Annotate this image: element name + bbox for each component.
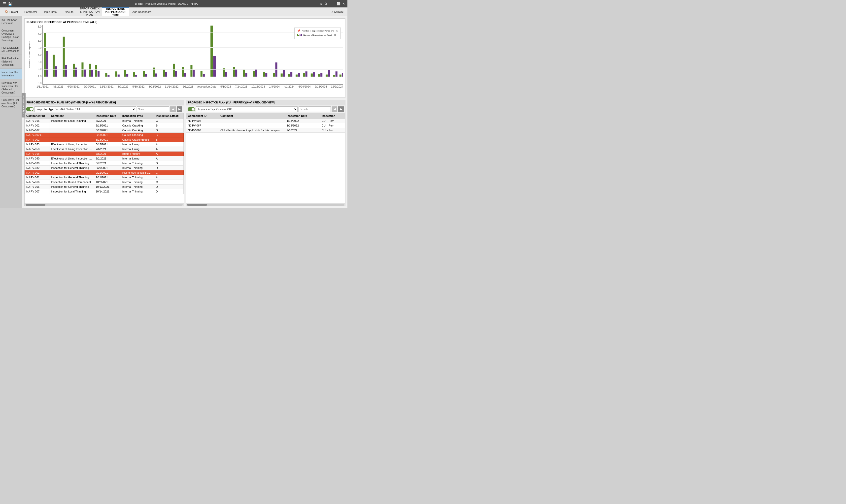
chart-section: NUMBER OF INSPECTIONS AT PERIOD OF TIME … xyxy=(24,18,346,98)
svg-rect-2 xyxy=(53,55,55,77)
cell-type: Internal Lining xyxy=(121,156,154,161)
svg-rect-39 xyxy=(225,72,227,77)
table-row[interactable]: NJ-PV-061 Inspection for General Thinnin… xyxy=(25,175,184,180)
table-row[interactable]: NJ-PV-032 Inspection for General Thinnin… xyxy=(25,166,184,170)
cell-effect: B xyxy=(154,133,183,138)
left-filter-dropdown[interactable]: Inspection Type Does Not Contain 'CUI' xyxy=(35,106,136,112)
right-prev-button[interactable]: ◀ xyxy=(332,106,337,112)
cell-id: NJ-PV-018 xyxy=(25,151,49,156)
right-table-scroll[interactable]: Component ID Comment Inspection Date Ins… xyxy=(186,113,345,203)
cell-type: Caustic Cracking xyxy=(121,133,154,138)
table-row[interactable]: NJ-PV-053 Effectivess of Lining Inspecti… xyxy=(25,142,184,147)
right-toggle[interactable] xyxy=(188,107,195,111)
table-row[interactable]: NJ-PV-002 5/13/2021 Caustic Cracking6666… xyxy=(25,138,184,142)
nav-bar: 🏠 Project Parameter Input Data Execute E… xyxy=(0,7,348,16)
svg-rect-34 xyxy=(200,71,202,77)
rcell-date: 2/6/2024 xyxy=(285,128,320,133)
table-row[interactable]: NJ-PV-007 Inspection for Local Thinning … xyxy=(25,189,184,194)
sidebar-item-risk-eval-all[interactable]: Risk Evaluation (All Component) xyxy=(0,44,22,55)
sidebar-item-risk-eval-selected[interactable]: Risk Evaluation (Selected Component) xyxy=(0,55,22,69)
svg-rect-59 xyxy=(313,72,315,77)
cell-date: 10/14/2021 xyxy=(94,189,121,194)
cell-date: 5/13/2021 xyxy=(94,133,121,138)
cell-type: Caustic Cracking xyxy=(121,123,154,128)
svg-rect-30 xyxy=(182,67,184,76)
y-axis-label: Number of Planned Inspection xyxy=(29,41,31,68)
cell-id: NJ-PV-002 xyxy=(25,170,49,175)
right-next-button[interactable]: ▶ xyxy=(338,106,344,112)
table-row[interactable]: NJ-PV-067 1/13/2022 CUI - Ferri xyxy=(187,123,345,128)
cell-id: NJ-PV-058 xyxy=(25,147,49,151)
svg-rect-61 xyxy=(320,73,322,77)
app-title: 🗎 RBI | Pressure Vessel & Piping - DEMO … xyxy=(12,2,320,5)
svg-rect-29 xyxy=(175,71,177,77)
left-search-box[interactable]: 🔍 xyxy=(137,106,169,112)
arrow-icon: ▷ xyxy=(336,29,338,33)
left-next-button[interactable]: ▶ xyxy=(177,106,182,112)
table-row[interactable]: NJ-PV-040 Effectivess of Lining Inspecti… xyxy=(25,156,184,161)
nav-parameter[interactable]: Parameter xyxy=(21,7,40,16)
window-controls[interactable]: ⧉ 🗋 — ⬜ ✕ xyxy=(320,2,345,6)
nav-inspections-period[interactable]: INSPECTIONSPER PERIOD OFTIME xyxy=(102,7,129,16)
close-icon[interactable]: ✕ xyxy=(342,2,345,5)
table-row[interactable]: NJ-PV-002k... 5/13/2021 Caustic Cracking… xyxy=(25,133,184,138)
cell-effect: A xyxy=(154,156,183,161)
table-row[interactable]: NJ-PV-030 Inspection for General Thinnin… xyxy=(25,161,184,166)
table-row[interactable]: NJ-PV-066 Inspection for Buried Componen… xyxy=(25,180,184,184)
left-toggle[interactable] xyxy=(26,107,34,111)
cell-effect: A xyxy=(154,175,183,180)
cell-date: 10/2/2021 xyxy=(94,180,121,184)
save-icon[interactable]: 💾 xyxy=(8,2,12,6)
table-row[interactable]: NJ-PV-058 Effectivess of Lining Inspecti… xyxy=(25,147,184,151)
maximize-icon[interactable]: ⬜ xyxy=(337,2,340,5)
cell-effect: D xyxy=(154,189,183,194)
sidebar-item-iso-risk[interactable]: Iso-Risk Chart Generator xyxy=(0,16,22,27)
left-search-input[interactable] xyxy=(138,108,170,111)
cell-comment: Inspection for General Thinning xyxy=(49,161,94,166)
svg-rect-58 xyxy=(311,73,313,76)
expand-button[interactable]: ⤢ Expand xyxy=(329,9,346,14)
nav-add-dashboard[interactable]: Add Dashboard xyxy=(129,7,155,16)
col-inspection-effect: Inspection Effecti xyxy=(154,113,183,119)
right-search-box[interactable]: 🔍 xyxy=(299,106,331,112)
left-scrollbar[interactable] xyxy=(24,203,184,206)
minimize-icon[interactable]: — xyxy=(329,2,335,6)
left-table-scroll[interactable]: Component ID Comment Inspection Date Ins… xyxy=(24,113,184,203)
svg-rect-21 xyxy=(135,75,137,77)
copy-icon[interactable]: 🗋 xyxy=(324,2,327,5)
svg-rect-48 xyxy=(273,73,275,77)
cell-id: NJ-PV-066 xyxy=(25,180,49,184)
left-prev-button[interactable]: ◀ xyxy=(170,106,176,112)
nav-home[interactable]: 🏠 Project xyxy=(2,9,21,14)
svg-rect-49 xyxy=(276,62,278,77)
table-row[interactable]: NJ-PV-068 CUI - Ferritic does not applic… xyxy=(187,128,345,133)
sidebar-item-inspection-plan[interactable]: Inspection Plan Information xyxy=(0,69,22,79)
nav-error-check[interactable]: ERROR CHECKIN INSPECTIONPLAN xyxy=(77,7,102,16)
rcell-comment: CUI - Ferritic does not applicable for t… xyxy=(218,128,285,133)
svg-rect-12 xyxy=(95,65,97,77)
right-filter-dropdown[interactable]: Inspection Type Contains 'CUI' xyxy=(196,106,298,112)
sidebar-item-component-overview[interactable]: Component Overview & Damage Factor Scree… xyxy=(0,27,22,44)
cell-date: 5/13/2021 xyxy=(94,123,121,128)
sidebar-item-new-risk[interactable]: New Risk with Inspection Plan (Selected … xyxy=(0,79,22,96)
eye-icon[interactable]: 👁 xyxy=(334,34,336,36)
restore-icon[interactable]: ⧉ xyxy=(320,2,322,5)
menu-icon[interactable]: ☰ xyxy=(2,1,6,6)
cell-effect: A xyxy=(154,151,183,156)
table-row[interactable]: NJ-PV-002 1/13/2022 CUI - Ferri xyxy=(187,119,345,123)
table-row[interactable]: NJ-PV-015 Inspection for Local Thinning … xyxy=(25,119,184,123)
table-row[interactable]: NJ-PV-002 9/21/2021 Piping Mechanical Fa… xyxy=(25,170,184,175)
cell-type: Internal Thinning xyxy=(121,175,154,180)
table-row[interactable]: NJ-PV-067 5/13/2021 Caustic Cracking D xyxy=(25,128,184,133)
table-row[interactable]: NJ-PV-002 5/13/2021 Caustic Cracking B xyxy=(25,123,184,128)
table-row[interactable]: NJ-PV-018 7/8/2021 Brittle Fracture A xyxy=(25,151,184,156)
sidebar-item-cumulative-risk[interactable]: Cumulative Risk over Time (All Component… xyxy=(0,96,22,110)
nav-input-data[interactable]: Input Data xyxy=(41,7,60,16)
right-table-controls: Inspection Type Contains 'CUI' 🔍 ◀ ▶ xyxy=(186,105,345,113)
right-scrollbar[interactable] xyxy=(186,203,345,206)
table-row[interactable]: NJ-PV-056 Inspection for General Thinnin… xyxy=(25,184,184,189)
svg-rect-55 xyxy=(298,73,300,77)
nav-execute[interactable]: Execute xyxy=(60,7,77,16)
cell-type: Piping Mechanical Fa... xyxy=(121,170,154,175)
right-search-input[interactable] xyxy=(300,108,331,111)
